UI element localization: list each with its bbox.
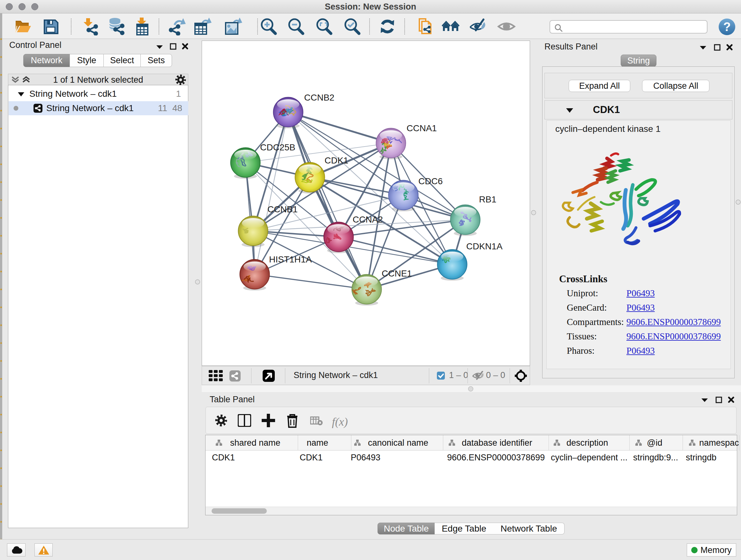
svg-text:CDC25B: CDC25B (260, 142, 295, 152)
svg-text:RB1: RB1 (479, 194, 496, 204)
svg-text:CCNB1: CCNB1 (267, 204, 298, 214)
svg-text:HIST1H1A: HIST1H1A (269, 254, 312, 264)
svg-text:CDC6: CDC6 (418, 176, 443, 186)
svg-text:CCNE1: CCNE1 (382, 268, 412, 278)
svg-text:CCNA2: CCNA2 (353, 214, 383, 225)
svg-text:?: ? (723, 20, 731, 34)
svg-text:CDKN1A: CDKN1A (466, 241, 502, 251)
svg-text:CCNB2: CCNB2 (304, 92, 334, 103)
svg-text:CCNA1: CCNA1 (407, 123, 437, 133)
svg-text:CDK1: CDK1 (325, 155, 348, 165)
